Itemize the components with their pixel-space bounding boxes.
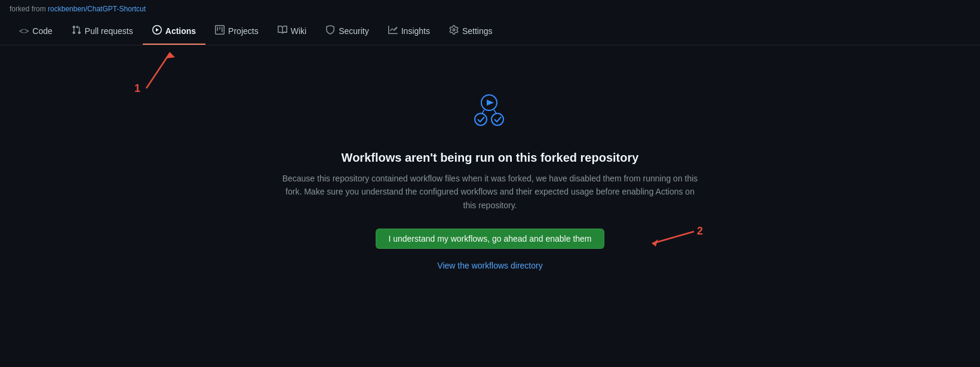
nav-item-wiki[interactable]: Wiki: [268, 18, 316, 45]
nav-label-settings: Settings: [462, 26, 493, 36]
actions-nav-icon: [152, 25, 162, 36]
forked-bar: forked from rockbenben/ChatGPT-Shortcut: [0, 0, 980, 18]
forked-link[interactable]: rockbenben/ChatGPT-Shortcut: [48, 5, 146, 13]
svg-marker-4: [487, 100, 494, 106]
nav-item-code[interactable]: <> Code: [10, 19, 62, 44]
svg-text:2: 2: [697, 225, 703, 237]
nav-item-pull-requests[interactable]: Pull requests: [62, 18, 143, 45]
view-workflows-link[interactable]: View the workflows directory: [437, 261, 542, 270]
nav-label-insights: Insights: [401, 26, 430, 36]
nav-label-actions: Actions: [165, 26, 196, 36]
annotation-arrow-2: 2: [586, 223, 706, 264]
pull-requests-icon: [72, 25, 81, 36]
enable-workflows-button[interactable]: I understand my workflows, go ahead and …: [376, 229, 604, 249]
nav-item-security[interactable]: Security: [316, 18, 379, 45]
svg-line-7: [482, 110, 484, 113]
nav-label-projects: Projects: [228, 26, 259, 36]
nav-label-code: Code: [32, 26, 52, 36]
svg-point-6: [491, 113, 503, 125]
wiki-icon: [278, 25, 287, 36]
code-icon: <>: [19, 26, 29, 36]
nav-item-insights[interactable]: Insights: [379, 18, 440, 45]
main-description: Because this repository contained workfl…: [281, 172, 699, 212]
actions-workflow-icon: [466, 93, 514, 137]
svg-point-5: [475, 113, 487, 125]
insights-icon: [388, 25, 398, 36]
security-icon: [325, 25, 335, 36]
svg-line-9: [652, 232, 694, 243]
nav-label-security: Security: [339, 26, 369, 36]
svg-line-8: [494, 110, 496, 113]
repo-nav: <> Code Pull requests Actions: [0, 18, 980, 45]
main-content: Workflows aren't being run on this forke…: [0, 45, 980, 294]
forked-prefix: forked from: [10, 5, 48, 13]
nav-item-projects[interactable]: Projects: [205, 18, 268, 45]
settings-icon: [449, 25, 459, 36]
nav-item-settings[interactable]: Settings: [440, 18, 502, 45]
nav-label-wiki: Wiki: [291, 26, 306, 36]
projects-icon: [215, 25, 225, 36]
main-headline: Workflows aren't being run on this forke…: [342, 151, 639, 165]
svg-marker-10: [652, 239, 658, 246]
nav-label-pull-requests: Pull requests: [85, 26, 133, 36]
nav-item-actions[interactable]: Actions: [143, 18, 205, 45]
